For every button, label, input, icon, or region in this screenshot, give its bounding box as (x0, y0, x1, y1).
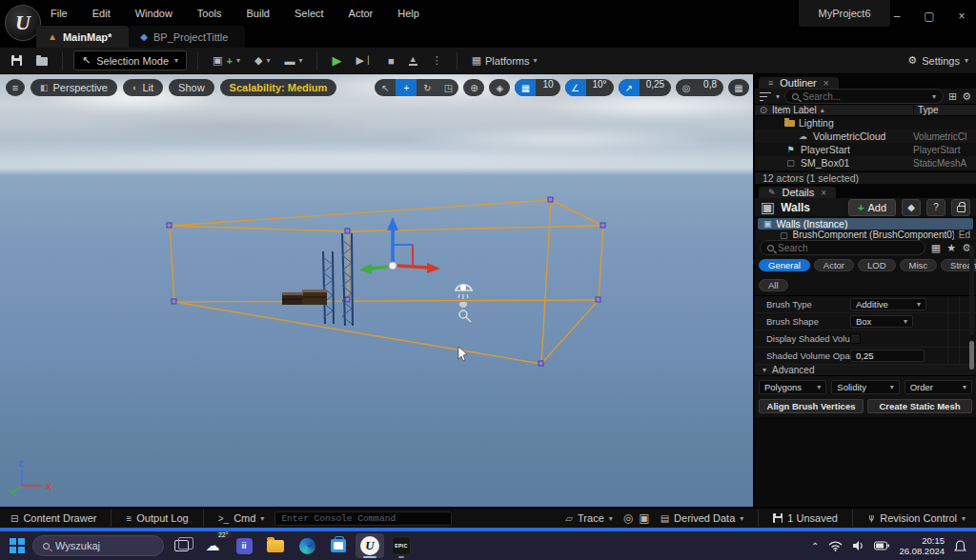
menu-help[interactable]: Help (385, 6, 432, 25)
menu-file[interactable]: File (38, 6, 80, 25)
details-search-input[interactable] (778, 243, 918, 253)
component-tree-child[interactable]: ▢ BrushComponent (BrushComponent0) Ed (755, 230, 976, 240)
content-drawer-button[interactable]: ⊟ Content Drawer (6, 512, 101, 524)
rotation-snap-value[interactable]: 10° (586, 79, 614, 96)
edit-blueprint-button[interactable]: ◆ (902, 199, 921, 216)
close-icon[interactable]: × (821, 188, 826, 198)
chevron-down-icon[interactable]: ▾ (776, 92, 780, 101)
scrollbar-thumb[interactable] (969, 341, 974, 370)
align-brush-vertices-button[interactable]: Align Brush Vertices (759, 399, 864, 413)
minimize-button[interactable]: – (890, 10, 904, 23)
unreal-engine-taskbar-button[interactable]: U (356, 533, 384, 558)
scale-snap-value[interactable]: 0,25 (640, 79, 671, 96)
tab-outliner[interactable]: ≡ Outliner × (759, 77, 839, 89)
maximize-viewport-button[interactable]: ▦ (728, 79, 749, 96)
outliner-column-header[interactable]: ⊙ Item Label ▴ Type (755, 104, 976, 116)
stop-button[interactable]: ■ (384, 53, 398, 69)
advanced-dropdown-order[interactable]: Order▾ (905, 380, 972, 394)
component-tree-root[interactable]: ▣ Walls (Instance) (758, 218, 973, 230)
lit-dropdown[interactable]: ◐ Lit (123, 79, 163, 96)
file-explorer-button[interactable] (261, 533, 290, 558)
eject-button[interactable]: ▲ (405, 53, 421, 68)
grid-snap-toggle[interactable]: ▦ (515, 79, 536, 96)
record-trace-icon[interactable]: ◎ (623, 511, 633, 525)
outliner-row[interactable]: ☁VolumetricCloudVolumetricCl (755, 130, 976, 143)
grid-snap-value[interactable]: 10 (536, 79, 559, 96)
type-column[interactable]: Type (913, 105, 976, 115)
task-view-button[interactable] (167, 533, 195, 558)
selection-mode-dropdown[interactable]: ↖ Selection Mode ▾ (73, 50, 187, 70)
tab-general[interactable]: General (759, 259, 810, 271)
favorites-star-icon[interactable]: ★ (946, 242, 956, 254)
close-button[interactable]: × (955, 10, 968, 23)
menu-tools[interactable]: Tools (185, 6, 234, 25)
settings-dropdown[interactable]: ⚙ Settings ▾ (907, 54, 968, 67)
scale-tool-button[interactable]: ◳ (437, 79, 458, 96)
component-edit-link[interactable]: Ed (959, 230, 970, 240)
create-static-mesh-button[interactable]: Create Static Mesh (867, 399, 972, 413)
surface-snapping-button[interactable]: ◈ (489, 79, 510, 96)
output-log-button[interactable]: ≡ Output Log (121, 512, 193, 524)
menu-select[interactable]: Select (282, 6, 336, 25)
cmd-dropdown[interactable]: >_ Cmd ▾ (214, 512, 270, 524)
frame-skip-button[interactable]: ▶▏ (352, 52, 377, 69)
level-viewport[interactable]: Z X ≡ ◧ Perspective ◐ Lit Show (0, 74, 753, 507)
show-dropdown[interactable]: Show (169, 79, 214, 96)
trace-dropdown[interactable]: ▱ Trace ▾ (560, 512, 617, 524)
close-icon[interactable]: × (824, 78, 829, 89)
derived-data-dropdown[interactable]: ▤ Derived Data ▾ (656, 512, 749, 524)
scalability-warning-button[interactable]: Scalability: Medium (220, 79, 337, 96)
store-button[interactable] (324, 533, 353, 558)
property-input[interactable]: 0,25 (850, 350, 925, 362)
play-options-button[interactable]: ⋮ (428, 52, 446, 69)
chevron-down-icon[interactable]: ▾ (932, 92, 936, 101)
outliner-row[interactable]: ⚑PlayerStartPlayerStart (755, 143, 976, 156)
rotation-snap-toggle[interactable]: ∠ (565, 79, 586, 96)
revision-control-dropdown[interactable]: ⋔ Revision Control ▾ (863, 512, 970, 524)
menu-build[interactable]: Build (234, 6, 282, 25)
browse-content-button[interactable] (32, 53, 51, 68)
console-command-input[interactable] (281, 513, 445, 524)
visibility-column-icon[interactable]: ⊙ (755, 105, 772, 115)
scale-snap-toggle[interactable]: ↗ (619, 79, 640, 96)
maximize-button[interactable]: ▢ (923, 10, 936, 23)
add-actor-dropdown[interactable]: ▣+▾ (209, 52, 244, 69)
outliner-settings-gear-icon[interactable]: ⚙ (962, 90, 971, 103)
tab-misc[interactable]: Misc (900, 259, 938, 271)
taskbar-search[interactable] (32, 535, 164, 556)
create-folder-icon[interactable]: ⊞ (948, 90, 957, 103)
unsaved-button[interactable]: 1 Unsaved (768, 512, 843, 524)
details-search[interactable] (760, 240, 925, 255)
world-local-toggle[interactable]: ⊕ (463, 79, 484, 96)
start-button[interactable] (10, 538, 25, 553)
menu-window[interactable]: Window (123, 6, 185, 25)
camera-speed-value[interactable]: 0,8 (697, 79, 723, 96)
lock-details-button[interactable] (951, 199, 970, 216)
perspective-dropdown[interactable]: ◧ Perspective (30, 79, 117, 96)
tab-mainmap[interactable]: ▲ MainMap* (36, 26, 129, 48)
volume-icon[interactable] (852, 540, 864, 551)
epic-games-button[interactable]: EPIC (387, 533, 416, 558)
play-button[interactable]: ▶ (328, 51, 345, 70)
tab-details[interactable]: ✎ Details × (759, 187, 836, 198)
tab-actor[interactable]: Actor (814, 259, 854, 271)
select-tool-button[interactable]: ↖ (375, 79, 396, 96)
edge-button[interactable] (293, 533, 321, 558)
camera-speed-button[interactable]: ◎ (676, 79, 697, 96)
advanced-section-header[interactable]: ▾ Advanced (755, 365, 976, 376)
tray-expand-chevron[interactable]: ⌃ (811, 541, 819, 551)
item-label-column[interactable]: Item Label (772, 105, 817, 115)
tab-bp-projecttittle[interactable]: ◆ BP_ProjectTittle (129, 26, 245, 48)
menu-edit[interactable]: Edit (80, 6, 123, 25)
advanced-dropdown-polygons[interactable]: Polygons▾ (759, 380, 826, 394)
outliner-search-input[interactable] (803, 91, 928, 102)
display-options-icon[interactable]: ▦ (931, 242, 941, 254)
advanced-dropdown-solidity[interactable]: Solidity▾ (831, 380, 899, 394)
details-scrollbar[interactable] (969, 246, 974, 335)
outliner-row[interactable]: Lighting (755, 116, 976, 130)
filter-icon[interactable] (760, 92, 771, 101)
outliner-row[interactable]: ▢SM_Box01StaticMeshA (755, 156, 976, 170)
tab-all[interactable]: All (759, 279, 788, 291)
add-component-button[interactable]: + Add (848, 199, 896, 216)
menu-actor[interactable]: Actor (336, 6, 386, 25)
